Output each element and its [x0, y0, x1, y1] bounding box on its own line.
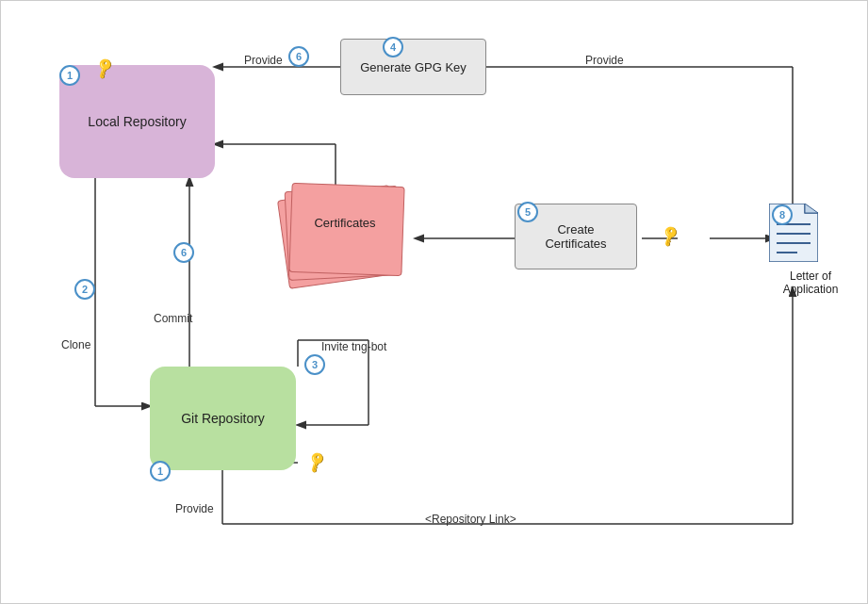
label-provide-top: Provide: [244, 54, 283, 67]
badge-5: 5: [517, 202, 538, 222]
local-repository-node: Local Repository: [59, 65, 215, 178]
create-certs-label: Create Certificates: [545, 222, 606, 251]
badge-8: 8: [772, 204, 793, 225]
diagram-container: Local Repository Git Repository Generate…: [0, 0, 868, 604]
label-repo-link: <Repository Link>: [425, 513, 516, 526]
label-provide-bottom: Provide: [175, 502, 214, 515]
svg-marker-21: [805, 204, 818, 213]
badge-4: 4: [383, 37, 403, 57]
badge-1b: 1: [150, 461, 171, 482]
git-repo-label: Git Repository: [181, 411, 265, 426]
gpg-key-label: Generate GPG Key: [360, 60, 467, 74]
local-repo-label: Local Repository: [88, 114, 186, 129]
badge-2: 2: [74, 279, 95, 300]
badge-6b: 6: [288, 46, 309, 67]
label-clone: Clone: [61, 338, 90, 351]
label-commit: Commit: [154, 312, 192, 325]
cert-card-3: [288, 183, 404, 276]
label-provide-right: Provide: [585, 54, 624, 67]
badge-6a: 6: [173, 242, 194, 263]
label-invite: Invite tng-bot: [321, 340, 386, 353]
gpg-key-node: Generate GPG Key: [340, 39, 486, 95]
letter-label: Letter of Application: [773, 269, 848, 296]
badge-3: 3: [304, 354, 325, 375]
git-repository-node: Git Repository: [150, 367, 296, 470]
badge-1a: 1: [59, 65, 80, 86]
